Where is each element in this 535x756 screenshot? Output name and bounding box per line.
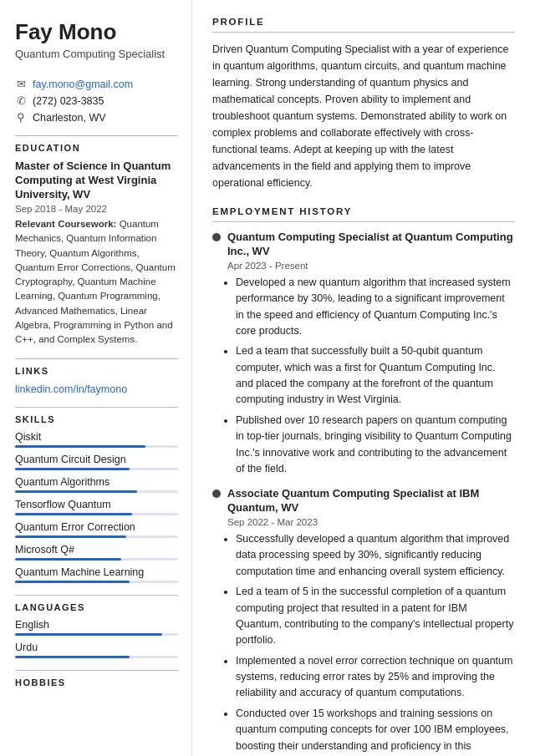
skill-name: Microsoft Q# — [15, 544, 178, 556]
language-bar-fill — [15, 633, 162, 636]
name: Fay Mono — [15, 20, 178, 44]
sidebar: Fay Mono Quantum Computing Specialist ✉ … — [0, 0, 192, 756]
language-name: English — [15, 619, 178, 631]
phone-number: (272) 023-3835 — [33, 95, 104, 107]
job-entry: Associate Quantum Computing Specialist a… — [212, 487, 515, 756]
skill-name: Qiskit — [15, 431, 178, 443]
language-item: English — [15, 619, 178, 636]
skill-item: Quantum Circuit Design — [15, 454, 178, 470]
skill-bar-bg — [15, 535, 178, 538]
location-text: Charleston, WV — [33, 112, 106, 124]
skill-bar-fill — [15, 513, 132, 515]
jobs-list: Quantum Computing Specialist at Quantum … — [212, 231, 515, 756]
job-bullets: Developed a new quantum algorithm that i… — [236, 275, 515, 478]
coursework-label: Relevant Coursework: — [15, 219, 116, 229]
employment-section: EMPLOYMENT HISTORY Quantum Computing Spe… — [212, 206, 515, 756]
skill-bar-fill — [15, 581, 130, 583]
skill-item: Qiskit — [15, 431, 178, 448]
languages-section-title: LANGUAGES — [15, 602, 178, 612]
job-bullet: Led a team that successfully built a 50-… — [236, 343, 515, 408]
skill-name: Quantum Algorithms — [15, 476, 178, 488]
job-bullet: Conducted over 15 workshops and training… — [236, 706, 515, 756]
location-icon: ⚲ — [15, 111, 27, 124]
skills-list: Qiskit Quantum Circuit Design Quantum Al… — [15, 431, 178, 583]
skill-bar-fill — [15, 490, 137, 493]
skill-name: Quantum Error Correction — [15, 521, 178, 533]
skill-bar-bg — [15, 490, 178, 493]
skill-item: Microsoft Q# — [15, 544, 178, 561]
job-date: Apr 2023 - Present — [227, 261, 515, 271]
links-section-title: LINKS — [15, 366, 178, 376]
skill-bar-fill — [15, 445, 145, 448]
language-bar-bg — [15, 633, 178, 636]
coursework-text: Quantum Mechanics, Quantum Information T… — [15, 219, 176, 344]
edu-date: Sep 2018 - May 2022 — [15, 204, 178, 214]
languages-list: English Urdu — [15, 619, 178, 658]
education-section-title: EDUCATION — [15, 143, 178, 153]
skill-name: Quantum Machine Learning — [15, 566, 178, 578]
job-dot — [212, 490, 221, 498]
email-contact: ✉ fay.mono@gmail.com — [15, 78, 178, 90]
skill-bar-bg — [15, 558, 178, 561]
skill-item: Quantum Algorithms — [15, 476, 178, 493]
language-item: Urdu — [15, 642, 178, 658]
job-header: Associate Quantum Computing Specialist a… — [212, 487, 515, 515]
skill-name: Quantum Circuit Design — [15, 454, 178, 465]
skill-item: Tensorflow Quantum — [15, 499, 178, 515]
employment-title: EMPLOYMENT HISTORY — [212, 206, 515, 216]
phone-contact: ✆ (272) 023-3835 — [15, 94, 178, 107]
job-bullets: Successfully developed a quantum algorit… — [236, 531, 515, 756]
skill-bar-fill — [15, 558, 121, 561]
profile-text: Driven Quantum Computing Specialist with… — [212, 41, 515, 191]
job-date: Sep 2022 - Mar 2023 — [227, 517, 515, 527]
edu-coursework: Relevant Coursework: Quantum Mechanics, … — [15, 217, 178, 347]
job-header: Quantum Computing Specialist at Quantum … — [212, 231, 515, 259]
email-icon: ✉ — [15, 78, 27, 90]
job-entry: Quantum Computing Specialist at Quantum … — [212, 231, 515, 477]
profile-section: PROFILE Driven Quantum Computing Special… — [212, 17, 515, 191]
edu-degree: Master of Science in Quantum Computing a… — [15, 160, 178, 202]
job-bullet: Led a team of 5 in the successful comple… — [236, 584, 515, 649]
job-bullet: Implemented a novel error correction tec… — [236, 653, 515, 702]
job-bullet: Developed a new quantum algorithm that i… — [236, 275, 515, 340]
skill-bar-fill — [15, 468, 130, 470]
skill-item: Quantum Machine Learning — [15, 566, 178, 583]
profile-title: PROFILE — [212, 17, 515, 27]
skill-bar-bg — [15, 581, 178, 583]
skills-section-title: SKILLS — [15, 414, 178, 424]
job-bullet: Successfully developed a quantum algorit… — [236, 531, 515, 580]
skill-bar-bg — [15, 445, 178, 448]
linkedin-link[interactable]: linkedin.com/in/faymono — [15, 383, 127, 395]
main-content: PROFILE Driven Quantum Computing Special… — [192, 0, 535, 756]
language-name: Urdu — [15, 642, 178, 653]
job-title-text: Quantum Computing Specialist at Quantum … — [227, 231, 515, 259]
skill-bar-bg — [15, 468, 178, 470]
job-title: Quantum Computing Specialist — [15, 48, 178, 62]
skill-name: Tensorflow Quantum — [15, 499, 178, 510]
location-contact: ⚲ Charleston, WV — [15, 111, 178, 124]
skill-item: Quantum Error Correction — [15, 521, 178, 538]
job-bullet: Published over 10 research papers on qua… — [236, 413, 515, 478]
language-bar-fill — [15, 656, 130, 658]
skill-bar-bg — [15, 513, 178, 515]
phone-icon: ✆ — [15, 94, 27, 107]
skill-bar-fill — [15, 535, 126, 538]
email-link[interactable]: fay.mono@gmail.com — [33, 79, 133, 90]
language-bar-bg — [15, 656, 178, 658]
job-dot — [212, 233, 221, 241]
job-title-text: Associate Quantum Computing Specialist a… — [227, 487, 515, 515]
hobbies-section-title: HOBBIES — [15, 677, 178, 688]
